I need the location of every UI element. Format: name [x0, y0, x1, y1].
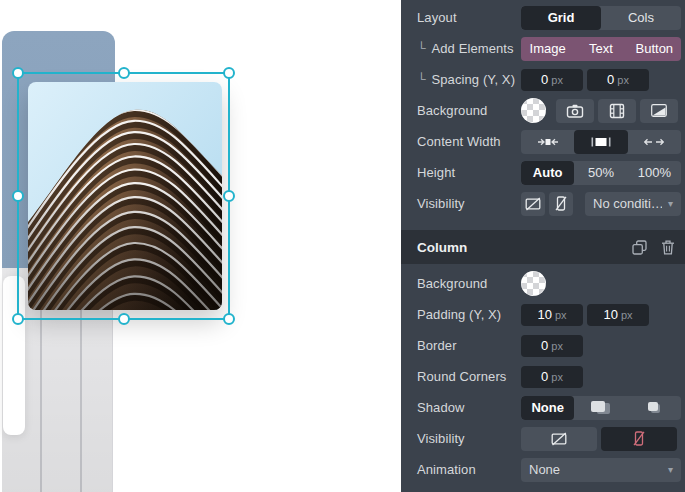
border-label: Border: [417, 338, 457, 353]
selected-image-element[interactable]: [28, 82, 222, 310]
padding-label: Padding (Y, X): [417, 307, 501, 322]
monitor-slash-icon: [551, 432, 567, 446]
arrows-outward-icon: [644, 137, 664, 147]
height-100-option[interactable]: 100%: [628, 161, 681, 185]
arrows-to-center-icon: [538, 137, 558, 147]
add-text-button[interactable]: Text: [574, 37, 627, 61]
border-input[interactable]: 0 px: [521, 335, 583, 357]
animation-dropdown[interactable]: None ▾: [521, 458, 681, 482]
column-background-swatch[interactable]: [521, 271, 546, 296]
visibility-condition-dropdown[interactable]: No conditi… ▾: [585, 192, 681, 216]
chevron-down-icon: ▾: [668, 198, 673, 209]
phone-slash-icon: [633, 431, 645, 446]
shadow-none-option[interactable]: None: [521, 396, 574, 420]
add-button-button[interactable]: Button: [628, 37, 681, 61]
row-add-elements: └ Add Elements Image Text Button: [401, 33, 685, 64]
content-width-label: Content Width: [417, 134, 501, 149]
editor-canvas[interactable]: [0, 0, 401, 492]
row-column-round-corners: Round Corners 0 px: [401, 361, 685, 392]
visibility-label: Visibility: [417, 196, 465, 211]
resize-handle-se[interactable]: [223, 313, 235, 325]
column-section-header: Column: [401, 230, 685, 264]
drop-shadow-icon: [591, 401, 611, 415]
padding-y-input[interactable]: 10 px: [521, 304, 583, 326]
row-content-width: Content Width: [401, 126, 685, 157]
content-width-fixed-option[interactable]: [574, 130, 627, 154]
row-column-padding: Padding (Y, X) 10 px 10 px: [401, 299, 685, 330]
height-50-option[interactable]: 50%: [574, 161, 627, 185]
row-element-visibility: Visibility No conditi… ▾: [401, 188, 685, 219]
properties-panel: Layout Grid Cols └ Add Elements Image Te…: [401, 0, 685, 492]
fixed-width-icon: [591, 137, 611, 147]
row-column-background: Background: [401, 268, 685, 299]
resize-handle-e[interactable]: [223, 190, 235, 202]
height-auto-option[interactable]: Auto: [521, 161, 574, 185]
layout-grid-option[interactable]: Grid: [521, 6, 601, 30]
column-section-title: Column: [417, 240, 618, 255]
background-video-button[interactable]: [598, 99, 636, 123]
hide-mobile-button[interactable]: [549, 192, 573, 216]
film-icon: [609, 103, 625, 119]
white-card-element[interactable]: [3, 276, 25, 435]
shadow-subtle-option[interactable]: [628, 396, 681, 420]
height-label: Height: [417, 165, 455, 180]
background-photo-button[interactable]: [556, 99, 594, 123]
chevron-down-icon: ▾: [668, 464, 673, 475]
add-image-button[interactable]: Image: [521, 37, 574, 61]
duplicate-column-button[interactable]: [632, 240, 647, 255]
spacing-label: Spacing (Y, X): [432, 72, 516, 87]
hide-desktop-button[interactable]: [521, 192, 545, 216]
animation-label: Animation: [417, 462, 476, 477]
indent-icon: └: [417, 41, 426, 55]
building-photo: [28, 82, 222, 310]
delete-column-button[interactable]: [661, 240, 675, 255]
shadow-label: Shadow: [417, 400, 465, 415]
add-elements-label: Add Elements: [432, 41, 514, 56]
round-corners-label: Round Corners: [417, 369, 506, 384]
resize-handle-s[interactable]: [118, 313, 130, 325]
column-background-label: Background: [417, 276, 487, 291]
spacing-y-input[interactable]: 0 px: [521, 69, 583, 91]
camera-icon: [566, 103, 584, 119]
row-spacing: └ Spacing (Y, X) 0 px 0 px: [401, 64, 685, 95]
phone-slash-icon: [555, 196, 567, 211]
resize-handle-ne[interactable]: [223, 67, 235, 79]
row-column-border: Border 0 px: [401, 330, 685, 361]
background-gradient-button[interactable]: [640, 99, 678, 123]
row-height: Height Auto 50% 100%: [401, 157, 685, 188]
resize-handle-n[interactable]: [118, 67, 130, 79]
content-width-fit-option[interactable]: [521, 130, 574, 154]
row-background: Background: [401, 95, 685, 126]
add-elements-group: Image Text Button: [521, 37, 681, 61]
row-column-visibility: Visibility: [401, 423, 685, 454]
column-hide-desktop-button[interactable]: [521, 427, 597, 451]
height-segmented-control: Auto 50% 100%: [521, 161, 681, 185]
background-label: Background: [417, 103, 487, 118]
row-column-animation: Animation None ▾: [401, 454, 685, 485]
round-corners-input[interactable]: 0 px: [521, 366, 583, 388]
row-layout: Layout Grid Cols: [401, 2, 685, 33]
gradient-icon: [651, 104, 667, 117]
padding-x-input[interactable]: 10 px: [587, 304, 649, 326]
content-width-full-option[interactable]: [628, 130, 681, 154]
background-color-swatch[interactable]: [521, 98, 546, 123]
trash-icon: [661, 240, 675, 255]
indent-icon: └: [417, 72, 426, 86]
copy-icon: [632, 240, 647, 255]
shadow-segmented-control: None: [521, 396, 681, 420]
inner-shadow-icon: [644, 401, 664, 415]
shadow-drop-option[interactable]: [574, 396, 627, 420]
content-width-segmented-control: [521, 130, 681, 154]
monitor-slash-icon: [525, 197, 541, 211]
layout-cols-option[interactable]: Cols: [601, 6, 681, 30]
row-column-shadow: Shadow None: [401, 392, 685, 423]
column-visibility-label: Visibility: [417, 431, 465, 446]
column-hide-mobile-button[interactable]: [601, 427, 677, 451]
spacing-x-input[interactable]: 0 px: [587, 69, 649, 91]
layout-segmented-control: Grid Cols: [521, 6, 681, 30]
layout-label: Layout: [417, 10, 457, 25]
